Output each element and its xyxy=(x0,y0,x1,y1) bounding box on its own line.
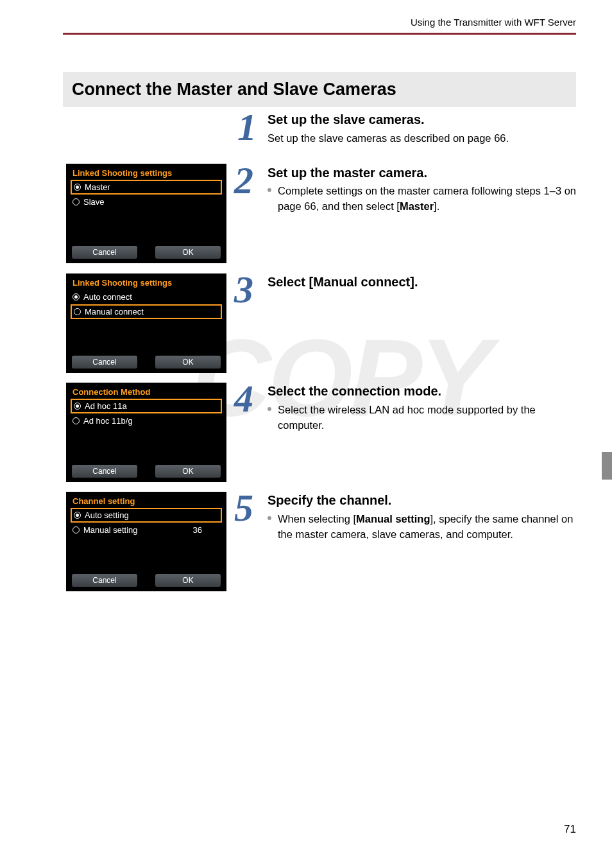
cancel-button[interactable]: Cancel xyxy=(72,465,137,478)
step-5-body: When selecting [Manual setting], specify… xyxy=(268,512,576,545)
step-1-title: Set up the slave cameras. xyxy=(268,112,425,127)
screen4-title: Connection Method xyxy=(67,384,225,399)
radio-adhoc-11a[interactable]: Ad hoc 11a xyxy=(71,399,222,413)
step-2-title: Set up the master camera. xyxy=(268,166,427,180)
radio-auto-setting[interactable]: Auto setting xyxy=(71,508,222,523)
ok-button[interactable]: OK xyxy=(155,246,221,259)
step-3-title: Select [Manual connect]. xyxy=(268,275,418,290)
header-divider xyxy=(63,33,576,37)
radio-manual-connect-label: Manual connect xyxy=(85,307,144,317)
screen-master-slave: Linked Shooting settings Master Slave Ca… xyxy=(66,164,226,263)
step-4-title: Select the connection mode. xyxy=(268,384,441,399)
bullet-icon xyxy=(268,407,271,411)
step-number-5: 5 xyxy=(234,489,253,527)
screen5-title: Channel setting xyxy=(67,493,225,508)
radio-master-label: Master xyxy=(85,182,110,192)
step-number-4: 4 xyxy=(234,379,253,418)
screen3-title: Linked Shooting settings xyxy=(67,275,225,290)
radio-adhoc-11bg[interactable]: Ad hoc 11b/g xyxy=(67,413,225,428)
radio-auto-setting-label: Auto setting xyxy=(85,510,129,520)
step-number-2: 2 xyxy=(234,161,253,200)
cancel-button[interactable]: Cancel xyxy=(72,356,137,369)
step-5-title: Specify the channel. xyxy=(268,493,391,508)
radio-adhoc-11a-label: Ad hoc 11a xyxy=(85,401,127,411)
radio-off-icon xyxy=(74,308,81,315)
header-breadcrumb: Using the Transmitter with WFT Server xyxy=(411,17,576,28)
manual-setting-value: 36 xyxy=(193,525,202,535)
bullet-icon xyxy=(268,188,271,192)
step-number-3: 3 xyxy=(234,270,253,309)
radio-off-icon xyxy=(72,526,80,534)
radio-on-icon xyxy=(74,184,81,191)
radio-auto-connect[interactable]: Auto connect xyxy=(67,290,225,304)
ok-button[interactable]: OK xyxy=(155,465,221,478)
radio-on-icon xyxy=(74,512,81,519)
radio-manual-setting-label: Manual setting xyxy=(83,525,138,535)
step-number-1: 1 xyxy=(237,108,257,146)
screen-connection-method: Connection Method Ad hoc 11a Ad hoc 11b/… xyxy=(66,383,226,482)
screen2-title: Linked Shooting settings xyxy=(67,165,225,180)
radio-on-icon xyxy=(72,293,80,300)
radio-off-icon xyxy=(72,417,80,424)
step-4-body: Select the wireless LAN ad hoc mode supp… xyxy=(268,403,576,436)
radio-slave-label: Slave xyxy=(83,197,105,207)
radio-on-icon xyxy=(74,403,81,410)
ok-button[interactable]: OK xyxy=(155,574,221,587)
screen-connect-type: Linked Shooting settings Auto connect Ma… xyxy=(66,273,226,373)
radio-auto-connect-label: Auto connect xyxy=(83,292,132,302)
page-number: 71 xyxy=(564,823,576,836)
cancel-button[interactable]: Cancel xyxy=(72,246,137,259)
section-title: Connect the Master and Slave Cameras xyxy=(63,72,576,107)
cancel-button[interactable]: Cancel xyxy=(72,574,137,587)
screen-channel-setting: Channel setting Auto setting Manual sett… xyxy=(66,492,226,591)
radio-master[interactable]: Master xyxy=(71,180,222,195)
radio-slave[interactable]: Slave xyxy=(67,195,225,209)
radio-off-icon xyxy=(72,198,80,205)
side-tab-marker xyxy=(602,452,612,480)
bullet-icon xyxy=(268,516,271,520)
radio-adhoc-11bg-label: Ad hoc 11b/g xyxy=(83,416,133,426)
radio-manual-setting[interactable]: Manual setting 36 xyxy=(67,523,225,537)
step-1-body: Set up the slave cameras as described on… xyxy=(268,131,576,146)
ok-button[interactable]: OK xyxy=(155,356,221,369)
radio-manual-connect[interactable]: Manual connect xyxy=(71,304,222,319)
step-2-body: Complete settings on the master camera f… xyxy=(268,184,576,217)
